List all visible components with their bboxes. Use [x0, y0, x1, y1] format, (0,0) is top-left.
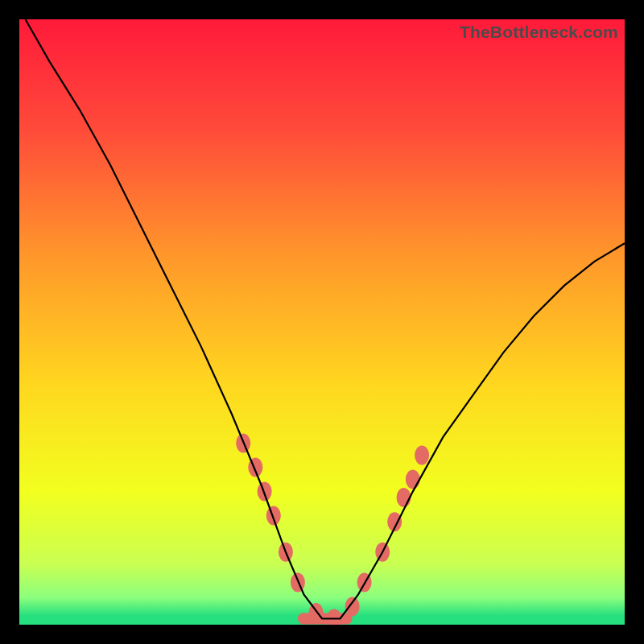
bottleneck-curve — [26, 19, 625, 619]
marker-dot — [415, 445, 429, 464]
marker-dot — [397, 488, 411, 507]
marker-dot — [345, 597, 360, 616]
marker-dot — [406, 470, 420, 489]
watermark-text: TheBottleneck.com — [460, 23, 618, 42]
chart-frame: TheBottleneck.com — [19, 19, 625, 625]
marker-dot — [309, 603, 324, 622]
chart-svg — [19, 19, 625, 625]
marker-dot — [327, 609, 341, 625]
marker-dot — [266, 506, 281, 526]
marker-group — [236, 433, 429, 625]
